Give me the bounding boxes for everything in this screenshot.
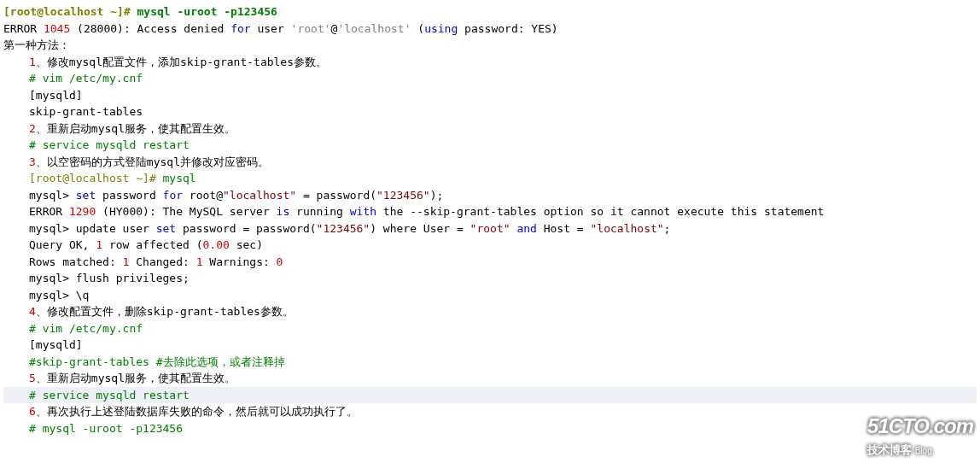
keyword: is xyxy=(277,205,290,218)
config-line: [mysqld] xyxy=(3,87,977,104)
error-code: 1045 xyxy=(44,22,70,35)
terminal-line: [root@localhost ~]# mysql -uroot -p12345… xyxy=(3,3,977,21)
text: the --skip-grant-tables option so it can… xyxy=(376,205,824,218)
number: 1 xyxy=(196,255,203,268)
keyword: and xyxy=(516,222,536,235)
command-comment: # vim /etc/my.cnf xyxy=(3,70,977,87)
text: Rows matched: xyxy=(29,255,123,268)
heading: 第一种方法： xyxy=(3,37,977,54)
string: "localhost" xyxy=(591,222,664,235)
text: sec) xyxy=(230,238,263,251)
step-line: 6、再次执行上述登陆数据库失败的命令，然后就可以成功执行了。 xyxy=(3,403,977,420)
number: 0.00 xyxy=(203,238,230,251)
keyword: with xyxy=(350,205,376,218)
prompt: [root@localhost ~] xyxy=(29,172,149,185)
step-number: 4 xyxy=(29,305,36,318)
text: (28000): Access denied xyxy=(70,22,230,35)
sql-prompt: mysql> xyxy=(29,189,76,202)
number: 1 xyxy=(96,238,102,251)
error-text: ERROR xyxy=(3,22,44,35)
text: ( xyxy=(411,22,424,35)
string: "123456" xyxy=(376,189,430,202)
string: "123456" xyxy=(317,222,370,235)
command-comment: # service mysqld restart xyxy=(3,137,977,154)
step-number: 2 xyxy=(29,122,36,135)
command-comment: # service mysqld restart xyxy=(3,387,977,404)
sql-line: mysql> update user set password = passwo… xyxy=(3,220,977,237)
result-line: Query OK, 1 row affected (0.00 sec) xyxy=(3,237,977,254)
string: 'root' xyxy=(291,22,331,35)
step-number: 3 xyxy=(29,155,36,168)
sql-line: mysql> flush privileges; xyxy=(3,270,977,287)
command: mysql -uroot -p123456 xyxy=(137,5,277,18)
text: ); xyxy=(430,189,444,202)
step-line: 5、重新启动mysql服务，使其配置生效。 xyxy=(3,370,977,387)
command-comment: # mysql -uroot -p123456 xyxy=(3,420,977,437)
step-line: 2、重新启动mysql服务，使其配置生效。 xyxy=(3,120,977,138)
text: Query OK, xyxy=(29,238,96,251)
prompt-hash: # xyxy=(149,172,163,185)
keyword: for xyxy=(230,22,250,35)
result-line: Rows matched: 1 Changed: 1 Warnings: 0 xyxy=(3,254,977,271)
string: 'localhost' xyxy=(337,22,411,35)
text: mysql> update user xyxy=(29,222,156,235)
error-line: ERROR 1290 (HY000): The MySQL server is … xyxy=(3,203,977,220)
command-comment: # vim /etc/my.cnf xyxy=(3,320,977,337)
text: ) where User = xyxy=(370,222,470,235)
prompt-hash: # xyxy=(124,5,137,18)
config-line: [mysqld] xyxy=(3,337,977,354)
keyword: set xyxy=(156,222,176,235)
keyword: set xyxy=(76,189,96,202)
step-text: 、修改mysql配置文件，添加skip-grant-tables参数。 xyxy=(36,56,327,68)
terminal-line: [root@localhost ~]# mysql xyxy=(3,170,977,187)
step-line: 4、修改配置文件，删除skip-grant-tables参数。 xyxy=(3,303,977,320)
config-comment: #skip-grant-tables #去除此选项，或者注释掉 xyxy=(3,354,977,371)
text: password: YES) xyxy=(458,22,557,35)
text: = password( xyxy=(296,189,376,202)
command: mysql xyxy=(163,172,196,185)
sql-line: mysql> set password for root@"localhost"… xyxy=(3,187,977,204)
text: password = password( xyxy=(176,222,316,235)
step-text: 、修改配置文件，删除skip-grant-tables参数。 xyxy=(36,305,294,318)
string: "localhost" xyxy=(223,189,296,202)
text: password xyxy=(96,189,162,202)
error-line: ERROR 1045 (28000): Access denied for us… xyxy=(3,21,977,38)
error-code: 1290 xyxy=(69,205,96,218)
step-number: 6 xyxy=(29,405,36,418)
text: row affected ( xyxy=(102,238,202,251)
prompt: [root@localhost ~] xyxy=(3,5,124,18)
text: root@ xyxy=(183,189,223,202)
text: Warnings: xyxy=(203,255,277,268)
keyword: for xyxy=(163,189,183,202)
string: "root" xyxy=(470,222,510,235)
text: Changed: xyxy=(129,255,195,268)
step-number: 1 xyxy=(29,56,36,68)
text: running xyxy=(289,205,349,218)
step-text: 、以空密码的方式登陆mysql并修改对应密码。 xyxy=(36,155,269,168)
keyword: using xyxy=(424,22,458,35)
text: Host = xyxy=(537,222,591,235)
text: (HY000): The MySQL server xyxy=(96,205,276,218)
step-number: 5 xyxy=(29,372,36,384)
step-text: 、重新启动mysql服务，使其配置生效。 xyxy=(36,372,236,384)
text: user xyxy=(251,22,291,35)
number: 0 xyxy=(277,255,283,268)
step-text: 、再次执行上述登陆数据库失败的命令，然后就可以成功执行了。 xyxy=(36,405,358,418)
sql-line: mysql> \q xyxy=(3,287,977,304)
step-text: 、重新启动mysql服务，使其配置生效。 xyxy=(36,122,236,135)
step-line: 3、以空密码的方式登陆mysql并修改对应密码。 xyxy=(3,154,977,171)
step-line: 1、修改mysql配置文件，添加skip-grant-tables参数。 xyxy=(3,54,977,71)
text: ERROR xyxy=(29,205,69,218)
config-line: skip-grant-tables xyxy=(3,103,977,120)
text: ; xyxy=(664,222,671,235)
